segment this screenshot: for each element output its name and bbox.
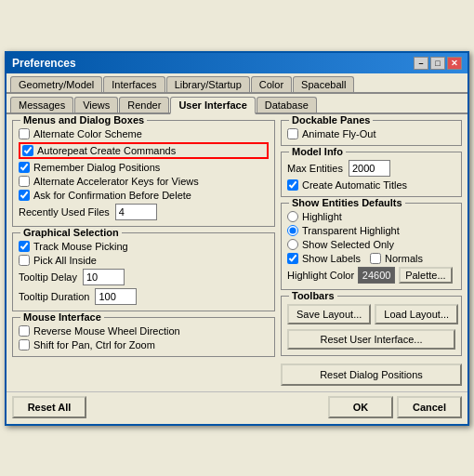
- tab-messages[interactable]: Messages: [10, 97, 73, 112]
- transparent-radio-row: Transparent Highlight: [287, 225, 455, 236]
- tab-library-startup[interactable]: Library/Startup: [166, 76, 250, 92]
- toolbars-group-title: Toolbars: [289, 290, 337, 301]
- alternate-color-row: Alternate Color Scheme: [19, 128, 269, 139]
- track-mouse-checkbox[interactable]: [19, 241, 30, 252]
- toolbars-group-content: Save Layout... Load Layout... Reset User…: [287, 304, 455, 350]
- footer-right-buttons: OK Cancel: [328, 396, 462, 418]
- palette-button[interactable]: Palette...: [399, 267, 452, 284]
- maximize-button[interactable]: □: [430, 57, 445, 70]
- remember-dialog-row: Remember Dialog Positions: [19, 162, 269, 173]
- recently-used-label: Recently Used Files: [19, 206, 110, 218]
- pick-all-row: Pick All Inside: [19, 255, 269, 266]
- show-entities-group-content: Highlight Transparent Highlight Show Sel…: [287, 211, 455, 284]
- dockable-group-content: Animate Fly-Out: [287, 128, 455, 139]
- create-titles-label: Create Automatic Titles: [302, 179, 407, 191]
- animate-flyout-checkbox[interactable]: [287, 128, 298, 139]
- max-entities-label: Max Entities: [287, 163, 343, 174]
- tab-interfaces[interactable]: Interfaces: [103, 76, 165, 92]
- ask-confirm-checkbox[interactable]: [19, 190, 30, 201]
- animate-flyout-label: Animate Fly-Out: [302, 128, 375, 139]
- footer: Reset All OK Cancel: [7, 391, 467, 424]
- toolbar-buttons-row: Save Layout... Load Layout...: [287, 304, 455, 324]
- max-entities-input[interactable]: [349, 160, 390, 177]
- show-selected-radio[interactable]: [287, 239, 298, 250]
- show-labels-checkbox[interactable]: [287, 253, 298, 264]
- tab-views[interactable]: Views: [74, 97, 118, 112]
- show-selected-label: Show Selected Only: [302, 239, 394, 250]
- mouse-group: Mouse Interface Reverse Mouse Wheel Dire…: [12, 317, 275, 357]
- reset-ui-button[interactable]: Reset User Interface...: [287, 329, 455, 350]
- show-labels-row: Show Labels Normals: [287, 253, 455, 264]
- alt-accel-row: Alternate Accelerator Keys for Views: [19, 176, 269, 187]
- normals-label: Normals: [385, 253, 423, 264]
- highlight-radio[interactable]: [287, 211, 298, 222]
- main-content: Menus and Dialog Boxes Alternate Color S…: [7, 114, 467, 391]
- tabs-row-1: Geometry/Model Interfaces Library/Startu…: [7, 73, 467, 94]
- reverse-wheel-label: Reverse Mouse Wheel Direction: [33, 325, 180, 337]
- cancel-button[interactable]: Cancel: [397, 396, 462, 418]
- track-mouse-row: Track Mouse Picking: [19, 241, 269, 252]
- highlight-color-label: Highlight Color: [287, 270, 354, 281]
- tabs-row-2: Messages Views Render User Interface Dat…: [7, 94, 467, 114]
- recently-used-row: Recently Used Files: [19, 204, 269, 220]
- tooltip-duration-label: Tooltip Duration: [19, 291, 89, 302]
- reset-all-button[interactable]: Reset All: [12, 396, 86, 418]
- shift-pan-checkbox[interactable]: [19, 339, 30, 350]
- show-selected-radio-row: Show Selected Only: [287, 239, 455, 250]
- create-titles-checkbox[interactable]: [287, 179, 298, 191]
- create-titles-row: Create Automatic Titles: [287, 179, 455, 191]
- minimize-button[interactable]: –: [414, 57, 428, 70]
- load-layout-button[interactable]: Load Layout...: [375, 304, 458, 324]
- ask-confirm-row: Ask for Confirmation Before Delete: [19, 190, 269, 201]
- model-info-group-title: Model Info: [289, 146, 346, 157]
- tab-spaceball[interactable]: Spaceball: [293, 76, 354, 92]
- reverse-wheel-checkbox[interactable]: [19, 325, 30, 337]
- mouse-group-title: Mouse Interface: [20, 311, 104, 323]
- show-entities-group-title: Show Entities Defaults: [289, 197, 405, 208]
- menus-group-title: Menus and Dialog Boxes: [20, 114, 147, 126]
- pick-all-checkbox[interactable]: [19, 255, 30, 266]
- toolbars-group: Toolbars Save Layout... Load Layout... R…: [281, 296, 462, 356]
- tab-render[interactable]: Render: [119, 97, 169, 112]
- menus-group-content: Alternate Color Scheme Autorepeat Create…: [19, 128, 269, 220]
- show-entities-group: Show Entities Defaults Highlight Transpa…: [281, 203, 462, 290]
- highlight-color-box: 24600: [358, 267, 395, 284]
- menus-group: Menus and Dialog Boxes Alternate Color S…: [12, 120, 275, 227]
- highlight-color-row: Highlight Color 24600 Palette...: [287, 267, 455, 284]
- tooltip-duration-input[interactable]: [95, 288, 137, 305]
- transparent-radio[interactable]: [287, 225, 298, 236]
- track-mouse-label: Track Mouse Picking: [33, 241, 128, 252]
- dockable-group: Dockable Panes Animate Fly-Out: [281, 120, 462, 146]
- mouse-group-content: Reverse Mouse Wheel Direction Shift for …: [19, 325, 269, 350]
- graphical-group: Graphical Selection Track Mouse Picking …: [12, 232, 275, 311]
- pick-all-label: Pick All Inside: [33, 255, 97, 266]
- shift-pan-label: Shift for Pan, Ctrl for Zoom: [33, 339, 155, 350]
- dockable-group-title: Dockable Panes: [289, 114, 373, 126]
- tooltip-delay-input[interactable]: [83, 269, 125, 285]
- close-button[interactable]: ✕: [447, 57, 462, 70]
- alt-accel-label: Alternate Accelerator Keys for Views: [33, 176, 199, 187]
- tab-geometry-model[interactable]: Geometry/Model: [10, 76, 102, 92]
- recently-used-input[interactable]: [115, 204, 157, 220]
- right-column: Dockable Panes Animate Fly-Out Model Inf…: [281, 120, 462, 386]
- autorepeat-checkbox[interactable]: [22, 145, 33, 156]
- max-entities-row: Max Entities: [287, 160, 455, 177]
- remember-dialog-checkbox[interactable]: [19, 162, 30, 173]
- tooltip-delay-label: Tooltip Delay: [19, 271, 77, 283]
- tab-database[interactable]: Database: [257, 97, 317, 112]
- tab-user-interface[interactable]: User Interface: [170, 97, 255, 114]
- remember-dialog-label: Remember Dialog Positions: [33, 162, 160, 173]
- normals-checkbox[interactable]: [370, 253, 381, 264]
- reset-dialog-positions-button[interactable]: Reset Dialog Positions: [281, 364, 462, 386]
- save-layout-button[interactable]: Save Layout...: [287, 304, 371, 324]
- model-info-group-content: Max Entities Create Automatic Titles: [287, 160, 455, 191]
- tooltip-duration-row: Tooltip Duration: [19, 288, 269, 305]
- alt-accel-checkbox[interactable]: [19, 176, 30, 187]
- tab-color[interactable]: Color: [251, 76, 292, 92]
- ask-confirm-label: Ask for Confirmation Before Delete: [33, 190, 191, 201]
- alternate-color-label: Alternate Color Scheme: [33, 128, 142, 139]
- highlight-radio-row: Highlight: [287, 211, 455, 222]
- alternate-color-checkbox[interactable]: [19, 128, 30, 139]
- shift-pan-row: Shift for Pan, Ctrl for Zoom: [19, 339, 269, 350]
- ok-button[interactable]: OK: [328, 396, 393, 418]
